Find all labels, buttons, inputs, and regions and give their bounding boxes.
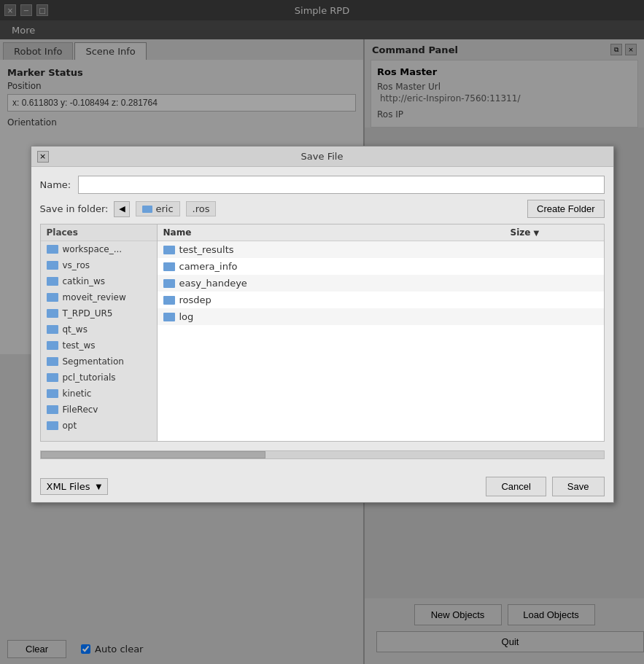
places-item-label: pcl_tutorials (63, 372, 116, 383)
table-row[interactable]: rosdep (158, 292, 604, 308)
folder-chip-eric[interactable]: eric (136, 201, 179, 216)
scroll-thumb[interactable] (41, 451, 266, 458)
list-item[interactable]: kinetic (41, 386, 157, 402)
dialog-body: Name: Save in folder: ◀ eric .ros Create… (31, 167, 613, 471)
places-item-label: Segmentation (63, 356, 124, 367)
save-dialog: × Save File Name: Save in folder: ◀ eric… (31, 146, 614, 503)
file-row-name: camera_info (163, 261, 598, 272)
file-name: camera_info (179, 261, 238, 272)
folder-icon (47, 325, 58, 334)
folder-icon (47, 277, 58, 286)
places-item-label: catkin_ws (63, 276, 106, 286)
folder-icon (163, 313, 175, 321)
folder-icon (47, 293, 58, 302)
folder-icon (47, 245, 58, 254)
list-item[interactable]: opt (41, 418, 157, 434)
folder-chip-ros[interactable]: .ros (186, 201, 217, 216)
file-name: rosdep (179, 294, 212, 305)
files-panel: Name Size ▼ test_results (158, 224, 604, 441)
list-item[interactable]: T_RPD_UR5 (41, 305, 157, 321)
list-item[interactable]: pcl_tutorials (41, 370, 157, 386)
places-item-label: moveit_review (63, 292, 126, 302)
folder-icon (47, 261, 58, 270)
folder-icon (47, 357, 58, 366)
folder-row: Save in folder: ◀ eric .ros Create Folde… (40, 200, 605, 218)
folder-name-eric: eric (155, 203, 173, 214)
list-item[interactable]: moveit_review (41, 289, 157, 305)
folder-icon (47, 405, 58, 414)
filetype-wrapper: XML Files ▼ (40, 478, 109, 495)
dialog-action-buttons: Cancel Save (486, 477, 604, 496)
places-header: Places (41, 224, 157, 241)
folder-icon (163, 279, 175, 288)
save-button[interactable]: Save (552, 477, 605, 496)
file-name: test_results (179, 244, 234, 255)
places-item-label: opt (63, 421, 77, 431)
list-item[interactable]: Segmentation (41, 354, 157, 370)
folder-icon (47, 341, 58, 350)
folder-icon (47, 373, 58, 382)
filetype-label: XML Files (47, 481, 90, 492)
folder-icon (47, 309, 58, 318)
folder-icon (47, 389, 58, 398)
table-row[interactable]: easy_handeye (158, 275, 604, 292)
folder-icon (163, 262, 175, 271)
table-row[interactable]: camera_info (158, 258, 604, 275)
folder-back-button[interactable]: ◀ (114, 201, 130, 217)
filename-input[interactable] (78, 176, 604, 194)
create-folder-button[interactable]: Create Folder (527, 200, 604, 218)
dropdown-arrow-icon: ▼ (96, 483, 102, 491)
folder-icon (47, 421, 58, 430)
folder-icon (163, 296, 175, 305)
list-item[interactable]: test_ws (41, 337, 157, 354)
places-item-label: FileRecv (63, 405, 98, 415)
dialog-title-text: Save File (301, 151, 344, 162)
file-browser: Places workspace_... vs_ros catkin_ws (40, 224, 605, 442)
list-item[interactable]: vs_ros (41, 257, 157, 273)
places-item-label: qt_ws (63, 324, 88, 335)
table-row[interactable]: test_results (158, 241, 604, 258)
folder-icon (163, 246, 175, 254)
file-name: log (179, 311, 194, 322)
files-col-size: Size ▼ (511, 227, 598, 238)
places-item-label: workspace_... (63, 244, 123, 254)
file-row-name: easy_handeye (163, 278, 598, 289)
cancel-button[interactable]: Cancel (486, 477, 546, 496)
file-row-name: test_results (163, 244, 598, 255)
places-item-label: test_ws (63, 340, 96, 351)
list-item[interactable]: catkin_ws (41, 273, 157, 289)
file-name: easy_handeye (179, 278, 247, 289)
horizontal-scrollbar[interactable] (40, 450, 605, 459)
places-item-label: kinetic (63, 388, 92, 399)
dialog-close-button[interactable]: × (37, 151, 49, 163)
table-row[interactable]: log (158, 308, 604, 325)
places-panel: Places workspace_... vs_ros catkin_ws (41, 224, 158, 441)
modal-overlay: × Save File Name: Save in folder: ◀ eric… (0, 0, 644, 664)
folder-icon-eric (142, 206, 152, 213)
files-header: Name Size ▼ (158, 224, 604, 241)
list-item[interactable]: workspace_... (41, 241, 157, 257)
dialog-footer: XML Files ▼ Cancel Save (31, 471, 613, 502)
save-in-label: Save in folder: (40, 203, 109, 214)
places-item-label: T_RPD_UR5 (63, 308, 113, 319)
name-label: Name: (40, 179, 71, 190)
files-col-name: Name (163, 227, 511, 238)
name-row: Name: (40, 176, 605, 194)
file-row-name: log (163, 311, 598, 322)
dialog-title-bar: × Save File (31, 147, 613, 167)
folder-name-ros: .ros (193, 203, 210, 214)
filetype-dropdown[interactable]: XML Files ▼ (40, 478, 109, 495)
sort-arrow-icon: ▼ (533, 229, 539, 237)
places-item-label: vs_ros (63, 260, 90, 270)
list-item[interactable]: FileRecv (41, 402, 157, 418)
list-item[interactable]: qt_ws (41, 321, 157, 337)
file-row-name: rosdep (163, 294, 598, 305)
